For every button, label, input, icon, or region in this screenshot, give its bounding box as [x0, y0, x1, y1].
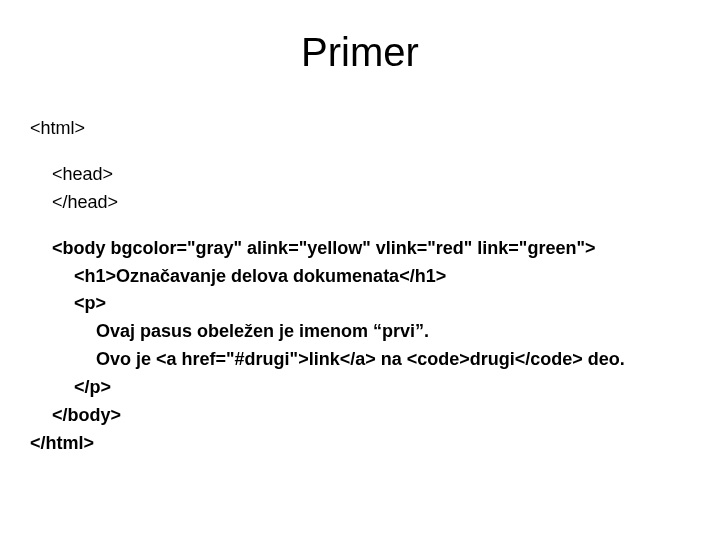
- code-line: <p>: [30, 290, 690, 318]
- code-line: <body bgcolor="gray" alink="yellow" vlin…: [30, 235, 690, 263]
- code-line: </head>: [30, 189, 690, 217]
- code-line: Ovo je <a href="#drugi">link</a> na <cod…: [30, 346, 690, 374]
- blank-line: [30, 217, 690, 235]
- code-line: </html>: [30, 430, 690, 458]
- slide: Primer <html> <head> </head> <body bgcol…: [0, 0, 720, 540]
- code-example: <html> <head> </head> <body bgcolor="gra…: [30, 115, 690, 458]
- slide-title: Primer: [30, 30, 690, 75]
- code-line: <html>: [30, 115, 690, 143]
- code-line: <head>: [30, 161, 690, 189]
- blank-line: [30, 143, 690, 161]
- code-line: Ovaj pasus obeležen je imenom “prvi”.: [30, 318, 690, 346]
- code-line: <h1>Označavanje delova dokumenata</h1>: [30, 263, 690, 291]
- code-line: </p>: [30, 374, 690, 402]
- code-line: </body>: [30, 402, 690, 430]
